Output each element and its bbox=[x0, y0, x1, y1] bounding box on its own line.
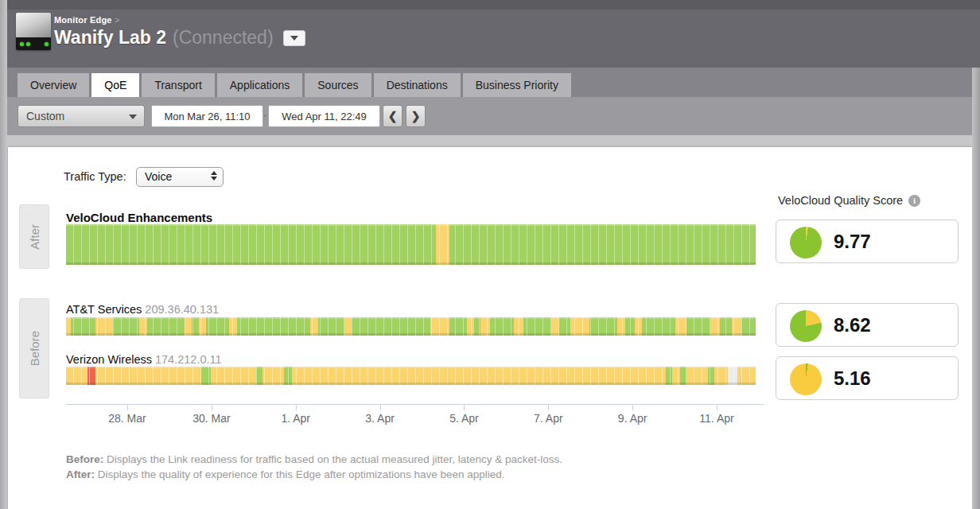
timeline-segment-fair bbox=[211, 367, 256, 385]
timeline-segment-fair bbox=[95, 317, 113, 336]
quality-score-card-verizon: 5.16 bbox=[776, 356, 959, 400]
att-link-ip: 209.36.40.131 bbox=[145, 303, 219, 316]
timeline-segment-good bbox=[71, 317, 95, 336]
timeline-segment-fair bbox=[95, 367, 201, 385]
quality-pie-icon bbox=[790, 363, 822, 395]
quality-pie-icon bbox=[790, 310, 822, 342]
timeline-segment-fair bbox=[635, 317, 642, 336]
axis-tick-label: 28. Mar bbox=[108, 412, 146, 425]
timeline-segment-good bbox=[490, 317, 514, 336]
edge-header: Monitor Edge > Wanify Lab 2 (Connected) bbox=[0, 0, 980, 68]
tab-applications[interactable]: Applications bbox=[217, 73, 303, 97]
timeline-segment-fair bbox=[732, 317, 741, 336]
att-timeline-bar[interactable] bbox=[66, 317, 756, 336]
axis-tick bbox=[464, 405, 465, 410]
timeline-segment-fair bbox=[737, 367, 756, 385]
end-date-input[interactable] bbox=[268, 105, 380, 127]
quality-score-value: 5.16 bbox=[834, 367, 871, 390]
timeline-segment-good bbox=[147, 317, 185, 336]
timeline-segment-fair bbox=[344, 317, 352, 336]
timeline-segment-good bbox=[559, 317, 570, 336]
timeline-segment-good bbox=[666, 367, 672, 385]
timeline-segment-fair bbox=[551, 317, 559, 336]
chevron-left-icon: ❮ bbox=[388, 110, 398, 122]
tab-transport[interactable]: Transport bbox=[142, 73, 214, 97]
axis-tick bbox=[632, 405, 633, 410]
after-timeline-bar[interactable] bbox=[66, 224, 756, 265]
timeline-segment-good bbox=[206, 317, 229, 336]
att-link-title: AT&T Services209.36.40.131 bbox=[66, 303, 219, 316]
timeline-segment-good bbox=[720, 317, 732, 336]
timeline-segment-fair bbox=[617, 317, 625, 336]
timeline-segment-good bbox=[625, 317, 635, 336]
date-preset-value: Custom bbox=[26, 110, 64, 122]
timeline-segment-fair bbox=[675, 317, 686, 336]
after-description: After: Displays the quality of experienc… bbox=[66, 467, 562, 482]
select-updown-icon bbox=[211, 171, 217, 181]
timeline-segment-fair bbox=[292, 367, 666, 385]
qoe-content-panel: Traffic Type: Voice After Before VeloClo… bbox=[8, 147, 972, 509]
axis-tick bbox=[717, 405, 718, 410]
timeline-segment-fair bbox=[262, 367, 284, 385]
date-preset-select[interactable]: Custom bbox=[18, 105, 145, 127]
axis-tick-label: 5. Apr bbox=[449, 412, 479, 425]
connection-status: (Connected) bbox=[173, 27, 274, 49]
next-range-button[interactable]: ❯ bbox=[406, 105, 426, 127]
timeline-segment-good bbox=[589, 317, 617, 336]
tab-bar: OverviewQoETransportApplicationsSourcesD… bbox=[0, 68, 980, 97]
axis-tick bbox=[296, 405, 297, 410]
prev-range-button[interactable]: ❮ bbox=[383, 105, 402, 127]
traffic-type-label: Traffic Type: bbox=[64, 170, 126, 183]
tab-sources[interactable]: Sources bbox=[305, 73, 371, 97]
edge-device-icon bbox=[16, 13, 51, 50]
device-icon-top bbox=[16, 13, 51, 37]
traffic-type-select[interactable]: Voice bbox=[136, 167, 224, 187]
after-bar-title: VeloCloud Enhancements bbox=[66, 211, 212, 224]
tab-qoe[interactable]: QoE bbox=[91, 73, 139, 97]
timeline-segment-fair bbox=[229, 317, 237, 336]
axis-tick bbox=[548, 405, 549, 410]
date-range-dash: - bbox=[263, 110, 266, 121]
before-section-label: Before bbox=[19, 298, 49, 398]
axis-tick bbox=[127, 405, 128, 410]
device-icon-bottom bbox=[16, 37, 51, 50]
verizon-link-title: Verizon Wireless174.212.0.11 bbox=[66, 353, 222, 366]
after-section-label: After bbox=[19, 204, 49, 269]
led-icon bbox=[26, 42, 30, 46]
timeline-segment-fair bbox=[714, 367, 728, 385]
traffic-type-value: Voice bbox=[145, 170, 172, 183]
axis-tick-label: 11. Apr bbox=[699, 412, 733, 425]
date-range-bar: Custom - ❮ ❯ bbox=[0, 97, 980, 135]
timeline-segment-good bbox=[686, 317, 710, 336]
timeline-segment-good bbox=[741, 317, 756, 336]
chevron-right-icon: ❯ bbox=[411, 110, 421, 122]
axis-tick bbox=[212, 405, 212, 410]
timeline-segment-fair bbox=[480, 317, 490, 336]
edge-dropdown-button[interactable] bbox=[283, 30, 305, 46]
timeline-segment-fair bbox=[430, 317, 449, 336]
breadcrumb-label[interactable]: Monitor Edge bbox=[54, 15, 112, 25]
chevron-down-icon bbox=[290, 36, 298, 41]
quality-score-card-att: 8.62 bbox=[776, 303, 959, 347]
breadcrumb-arrow: > bbox=[115, 15, 120, 25]
tab-destinations[interactable]: Destinations bbox=[374, 73, 461, 97]
timeline-segment-fair bbox=[467, 317, 474, 336]
timeline-segment-good bbox=[256, 367, 262, 385]
axis-tick-label: 3. Apr bbox=[365, 412, 395, 425]
timeline-segment-fair bbox=[710, 317, 720, 336]
x-axis: 28. Mar30. Mar1. Apr3. Apr5. Apr7. Apr9.… bbox=[66, 404, 764, 405]
timeline-segment-fair bbox=[436, 224, 449, 265]
info-icon[interactable]: i bbox=[908, 195, 920, 207]
tab-overview[interactable]: Overview bbox=[18, 73, 89, 97]
timeline-segment-good bbox=[708, 367, 714, 385]
start-date-input[interactable] bbox=[151, 105, 263, 127]
breadcrumb[interactable]: Monitor Edge > bbox=[54, 15, 305, 25]
before-description: Before: Displays the Link readiness for … bbox=[66, 452, 562, 467]
timeline-segment-fair bbox=[310, 317, 318, 336]
caret-down-icon bbox=[129, 115, 137, 119]
timeline-segment-good bbox=[113, 317, 139, 336]
axis-tick-label: 7. Apr bbox=[534, 412, 563, 425]
verizon-timeline-bar[interactable] bbox=[66, 367, 756, 385]
tab-business-priority[interactable]: Business Priority bbox=[463, 73, 571, 97]
timeline-segment-good bbox=[523, 317, 551, 336]
